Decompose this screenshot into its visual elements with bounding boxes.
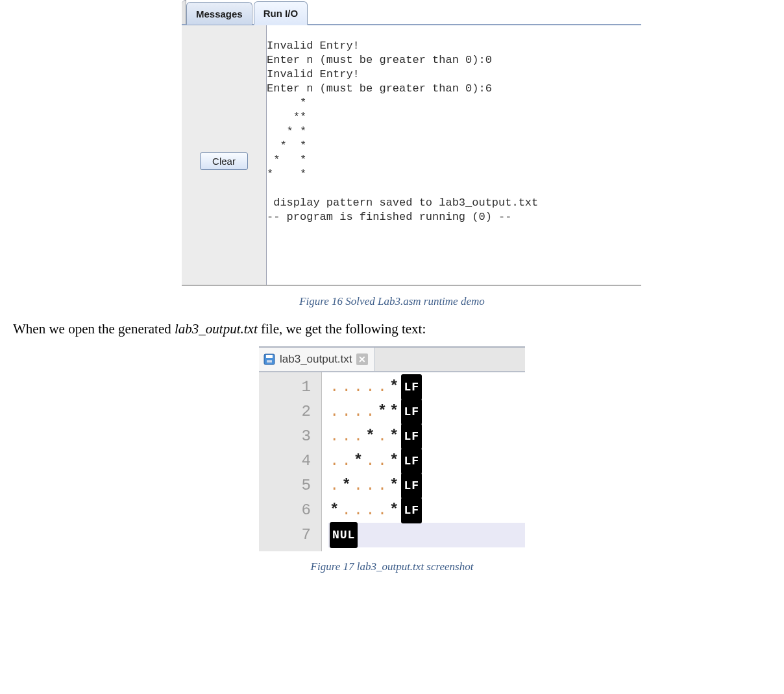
tab-run-io-label: Run I/O [263,8,298,19]
whitespace-dot: . [340,424,352,449]
whitespace-dot: . [376,498,388,523]
lf-control-char: LF [401,473,422,499]
lf-control-char: LF [401,399,422,425]
whitespace-dot: . [328,449,340,473]
file-line: ...*.*LF [328,424,525,449]
whitespace-dot: . [364,473,376,498]
asterisk-char: * [388,449,400,473]
asterisk-char: * [376,400,388,424]
file-content: .....*LF....**LF...*.*LF..*..*LF.*...*LF… [322,372,525,551]
line-number: 4 [259,449,311,473]
whitespace-dot: . [328,424,340,449]
mars-footer-border [182,285,641,286]
whitespace-dot: . [340,375,352,400]
mars-tabs-row: Messages Run I/O [182,0,641,25]
text-editor-panel: lab3_output.txt ✕ 1234567 .....*LF....**… [259,346,525,551]
whitespace-dot: . [376,375,388,400]
file-line: ..*..*LF [328,449,525,473]
asterisk-char: * [340,473,352,498]
tab-messages-label: Messages [196,8,243,19]
line-number: 2 [259,400,311,424]
lf-control-char: LF [401,497,422,523]
file-line: *....*LF [328,498,525,523]
mars-body: Clear Invalid Entry! Enter n (must be gr… [182,25,641,285]
whitespace-dot: . [364,449,376,473]
tab-messages[interactable]: Messages [186,2,252,25]
paragraph: When we open the generated lab3_output.t… [13,321,784,337]
whitespace-dot: . [376,424,388,449]
whitespace-dot: . [352,498,364,523]
figure17-caption: Figure 17 lab3_output.txt screenshot [0,560,784,573]
disk-icon [263,353,276,366]
close-icon[interactable]: ✕ [356,353,368,365]
asterisk-char: * [388,375,400,400]
file-line: .*...*LF [328,473,525,498]
whitespace-dot: . [376,473,388,498]
svg-rect-4 [267,362,272,363]
whitespace-dot: . [352,400,364,424]
editor-tabs-row: lab3_output.txt ✕ [259,348,525,372]
editor-tab-filename: lab3_output.txt [280,353,352,366]
asterisk-char: * [388,424,400,449]
line-number: 3 [259,424,311,449]
asterisk-char: * [364,424,376,449]
whitespace-dot: . [376,449,388,473]
whitespace-dot: . [364,498,376,523]
console-output: Invalid Entry! Enter n (must be greater … [267,36,641,274]
tabs-spacer [309,18,641,24]
whitespace-dot: . [328,375,340,400]
asterisk-char: * [328,498,340,523]
svg-rect-3 [267,361,272,361]
file-line: NUL [328,523,525,547]
line-number: 5 [259,473,311,498]
editor-tab[interactable]: lab3_output.txt ✕ [259,348,375,371]
whitespace-dot: . [364,375,376,400]
line-number-gutter: 1234567 [259,372,322,551]
tab-run-io[interactable]: Run I/O [254,1,308,25]
paragraph-before: When we open the generated [13,321,175,337]
asterisk-char: * [388,473,400,498]
file-line: ....**LF [328,400,525,424]
mars-left-panel: Clear [182,25,267,285]
figure16-caption: Figure 16 Solved Lab3.asm runtime demo [0,295,784,308]
mars-ide-panel: Messages Run I/O Clear Invalid Entry! En… [182,0,641,285]
whitespace-dot: . [340,498,352,523]
whitespace-dot: . [364,400,376,424]
whitespace-dot: . [340,400,352,424]
paragraph-filename: lab3_output.txt [175,321,258,337]
asterisk-char: * [352,449,364,473]
paragraph-after: file, we get the following text: [258,321,426,337]
whitespace-dot: . [352,473,364,498]
line-number: 6 [259,498,311,523]
whitespace-dot: . [328,400,340,424]
clear-button[interactable]: Clear [200,152,248,170]
lf-control-char: LF [401,374,422,400]
whitespace-dot: . [352,375,364,400]
whitespace-dot: . [328,473,340,498]
lf-control-char: LF [401,448,422,474]
nul-control-char: NUL [330,522,358,548]
file-line: .....*LF [328,375,525,400]
whitespace-dot: . [340,449,352,473]
whitespace-dot: . [352,424,364,449]
svg-rect-2 [267,360,272,363]
tab-gutter [182,0,186,24]
lf-control-char: LF [401,424,422,449]
line-number: 7 [259,523,311,547]
asterisk-char: * [388,400,400,424]
svg-rect-1 [266,355,273,358]
asterisk-char: * [388,498,400,523]
file-body: 1234567 .....*LF....**LF...*.*LF..*..*LF… [259,372,525,551]
line-number: 1 [259,375,311,400]
